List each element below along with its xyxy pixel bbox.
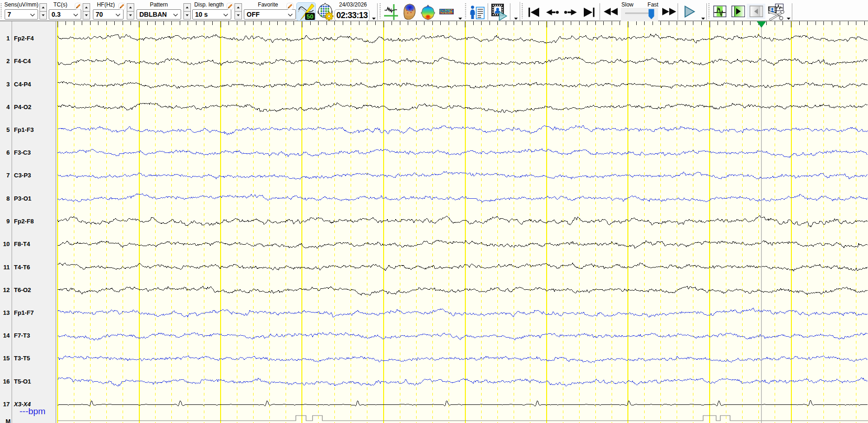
- svg-text:50: 50: [307, 13, 313, 20]
